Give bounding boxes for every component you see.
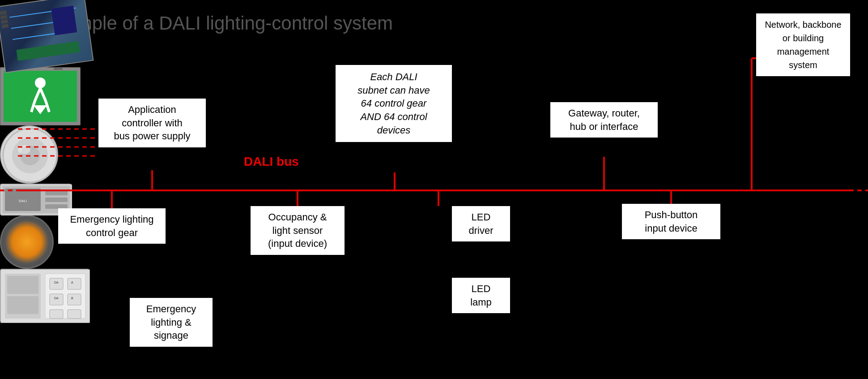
led-module-image [0, 215, 54, 269]
svg-text:B: B [71, 297, 73, 300]
svg-point-29 [18, 145, 30, 154]
svg-point-18 [35, 78, 46, 88]
app-controller-image [0, 0, 94, 73]
network-label: Network, backboneor buildingmanagementsy… [765, 20, 841, 70]
box-pushbutton: Push-buttoninput device [622, 204, 720, 239]
led-driver-label: LEDdriver [468, 211, 493, 236]
svg-rect-47 [68, 310, 81, 319]
app-controller-label: Applicationcontroller withbus power supp… [114, 104, 190, 142]
exit-sign-image [0, 67, 81, 125]
led-lamp-label: LEDlamp [470, 283, 492, 308]
box-led-driver: LEDdriver [452, 206, 510, 241]
box-network: Network, backboneor buildingmanagementsy… [756, 13, 850, 76]
svg-rect-34 [45, 198, 68, 202]
box-emerg-signage: Emergencylighting &signage [130, 298, 213, 347]
svg-rect-46 [50, 310, 63, 319]
dali-bus-label: DALI bus [244, 155, 299, 169]
svg-rect-33 [45, 191, 68, 195]
svg-rect-43 [68, 278, 81, 289]
svg-rect-39 [7, 276, 38, 294]
svg-text:DALI: DALI [19, 199, 27, 203]
svg-rect-40 [7, 296, 38, 314]
pushbutton-label: Push-buttoninput device [645, 209, 698, 234]
diagram-container: An example of a DALI lighting-control sy… [0, 0, 868, 379]
pushbutton-device-image: DA A DA B [0, 269, 89, 323]
box-gateway: Gateway, router,hub or interface [550, 102, 658, 138]
svg-rect-25 [54, 67, 63, 70]
box-occupancy: Occupancy &light sensor(input device) [251, 206, 345, 255]
box-dali-subnet: Each DALIsubnet can have64 control gearA… [336, 65, 452, 142]
box-emerg-control: Emergency lightingcontrol gear [58, 208, 166, 244]
occupancy-label: Occupancy &light sensor(input device) [268, 211, 327, 249]
svg-text:DA: DA [54, 297, 59, 300]
svg-text:DA: DA [54, 281, 59, 284]
svg-text:A: A [71, 281, 73, 284]
emerg-signage-label: Emergencylighting &signage [146, 303, 196, 341]
dali-subnet-label: Each DALIsubnet can have64 control gearA… [357, 71, 430, 136]
box-led-lamp: LEDlamp [452, 278, 510, 313]
svg-rect-45 [68, 294, 81, 305]
box-app-controller: Applicationcontroller withbus power supp… [98, 99, 206, 147]
occupancy-sensor-image [0, 125, 58, 184]
gateway-label: Gateway, router,hub or interface [568, 108, 640, 132]
emerg-control-label: Emergency lightingcontrol gear [70, 214, 153, 238]
